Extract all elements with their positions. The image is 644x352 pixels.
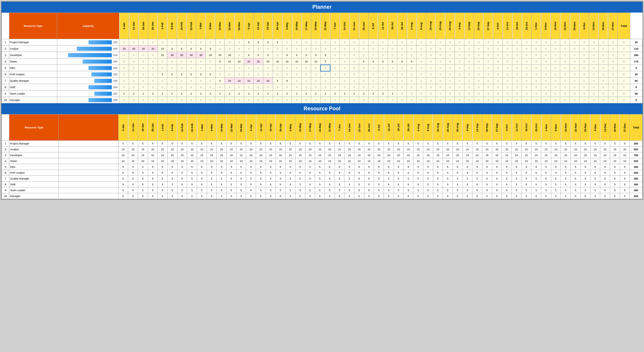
data-cell[interactable]: 0 bbox=[206, 78, 215, 84]
data-cell[interactable]: 0 bbox=[483, 84, 493, 90]
data-cell[interactable]: 0 bbox=[359, 84, 369, 90]
pool-data-cell[interactable]: 5 bbox=[167, 164, 177, 170]
data-cell[interactable]: 0 bbox=[177, 58, 187, 65]
pool-data-cell[interactable]: 10 bbox=[610, 158, 620, 164]
data-cell[interactable]: 2 bbox=[273, 90, 282, 97]
pool-data-cell[interactable]: 5 bbox=[118, 141, 128, 147]
data-cell[interactable]: 5 bbox=[253, 39, 263, 46]
data-cell[interactable]: 0 bbox=[282, 46, 292, 52]
pool-data-cell[interactable]: 5 bbox=[354, 141, 364, 147]
pool-data-cell[interactable]: 5 bbox=[521, 193, 531, 199]
data-cell[interactable]: 0 bbox=[397, 71, 407, 78]
data-cell[interactable]: 0 bbox=[397, 78, 407, 84]
data-cell[interactable]: 0 bbox=[541, 97, 551, 103]
pool-data-cell[interactable]: 5 bbox=[266, 176, 276, 182]
pool-data-cell[interactable]: 5 bbox=[433, 141, 443, 147]
data-cell[interactable]: 25 bbox=[253, 58, 263, 65]
pool-data-cell[interactable]: 5 bbox=[443, 176, 453, 182]
data-cell[interactable]: 0 bbox=[234, 39, 244, 46]
pool-data-cell[interactable]: 5 bbox=[610, 182, 620, 187]
data-cell[interactable]: 0 bbox=[522, 39, 532, 46]
data-cell[interactable]: 0 bbox=[378, 71, 388, 78]
data-cell[interactable]: 0 bbox=[407, 52, 417, 58]
pool-data-cell[interactable]: 5 bbox=[207, 170, 217, 176]
data-cell[interactable]: 0 bbox=[397, 90, 407, 97]
data-cell[interactable]: 0 bbox=[340, 97, 349, 103]
data-cell[interactable]: 0 bbox=[455, 84, 464, 90]
data-cell[interactable]: 0 bbox=[598, 84, 608, 90]
pool-data-cell[interactable]: 5 bbox=[286, 176, 295, 182]
data-cell[interactable]: 0 bbox=[560, 71, 570, 78]
pool-data-cell[interactable]: 15 bbox=[374, 152, 384, 158]
data-cell[interactable]: 0 bbox=[139, 58, 148, 65]
data-cell[interactable]: 0 bbox=[570, 97, 579, 103]
data-cell[interactable]: 0 bbox=[417, 58, 426, 65]
pool-data-cell[interactable]: 10 bbox=[610, 147, 620, 152]
pool-data-cell[interactable]: 5 bbox=[276, 193, 286, 199]
pool-data-cell[interactable]: 10 bbox=[217, 158, 227, 164]
data-cell[interactable]: 0 bbox=[445, 78, 455, 84]
pool-data-cell[interactable]: 10 bbox=[502, 147, 512, 152]
data-cell[interactable]: 0 bbox=[139, 39, 148, 46]
data-cell[interactable]: 0 bbox=[407, 39, 417, 46]
data-cell[interactable]: 0 bbox=[560, 78, 570, 84]
pool-data-cell[interactable]: 5 bbox=[551, 187, 561, 193]
data-cell[interactable]: 0 bbox=[417, 90, 426, 97]
pool-data-cell[interactable]: 5 bbox=[227, 164, 236, 170]
data-cell[interactable]: 0 bbox=[541, 78, 551, 84]
data-cell[interactable]: 0 bbox=[426, 71, 436, 78]
pool-data-cell[interactable]: 15 bbox=[531, 152, 541, 158]
pool-data-cell[interactable]: 5 bbox=[187, 164, 197, 170]
pool-data-cell[interactable]: 5 bbox=[374, 164, 384, 170]
pool-data-cell[interactable]: 5 bbox=[620, 182, 630, 187]
data-cell[interactable]: 0 bbox=[464, 84, 474, 90]
data-cell[interactable]: 10 bbox=[253, 78, 263, 84]
pool-data-cell[interactable]: 5 bbox=[374, 176, 384, 182]
data-cell[interactable]: 0 bbox=[474, 39, 483, 46]
pool-data-cell[interactable]: 5 bbox=[580, 141, 590, 147]
pool-data-cell[interactable]: 5 bbox=[148, 176, 158, 182]
pool-data-cell[interactable]: 10 bbox=[413, 158, 423, 164]
pool-data-cell[interactable]: 5 bbox=[227, 193, 236, 199]
pool-data-cell[interactable]: 5 bbox=[305, 176, 315, 182]
data-cell[interactable]: 25 bbox=[244, 58, 254, 65]
pool-data-cell[interactable]: 5 bbox=[325, 176, 335, 182]
pool-data-cell[interactable]: 10 bbox=[423, 147, 433, 152]
data-cell[interactable]: 0 bbox=[474, 46, 483, 52]
data-cell[interactable]: 0 bbox=[321, 39, 330, 46]
data-cell[interactable]: 0 bbox=[378, 97, 388, 103]
data-cell[interactable]: 0 bbox=[167, 97, 177, 103]
pool-data-cell[interactable]: 5 bbox=[571, 176, 581, 182]
pool-data-cell[interactable]: 5 bbox=[384, 182, 394, 187]
data-cell[interactable]: 0 bbox=[129, 39, 139, 46]
pool-data-cell[interactable]: 10 bbox=[227, 158, 236, 164]
data-cell[interactable]: 0 bbox=[598, 46, 608, 52]
data-cell[interactable]: 0 bbox=[321, 46, 330, 52]
data-cell[interactable]: 0 bbox=[618, 52, 630, 58]
pool-data-cell[interactable]: 10 bbox=[256, 147, 266, 152]
pool-data-cell[interactable]: 15 bbox=[541, 152, 551, 158]
pool-data-cell[interactable]: 5 bbox=[305, 182, 315, 187]
pool-data-cell[interactable]: 5 bbox=[177, 164, 187, 170]
data-cell[interactable]: 0 bbox=[541, 71, 551, 78]
pool-data-cell[interactable]: 5 bbox=[394, 141, 403, 147]
data-cell[interactable]: 0 bbox=[541, 84, 551, 90]
pool-data-cell[interactable]: 10 bbox=[197, 158, 207, 164]
data-cell[interactable]: 0 bbox=[483, 65, 493, 71]
pool-data-cell[interactable]: 5 bbox=[246, 164, 256, 170]
pool-data-cell[interactable]: 10 bbox=[620, 158, 630, 164]
pool-data-cell[interactable]: 5 bbox=[374, 182, 384, 187]
pool-data-cell[interactable]: 5 bbox=[521, 187, 531, 193]
pool-data-cell[interactable]: 10 bbox=[158, 158, 168, 164]
data-cell[interactable]: 0 bbox=[531, 71, 541, 78]
pool-data-cell[interactable]: 5 bbox=[364, 176, 374, 182]
data-cell[interactable]: 0 bbox=[397, 39, 407, 46]
data-cell[interactable]: 0 bbox=[560, 39, 570, 46]
data-cell[interactable]: 0 bbox=[302, 39, 311, 46]
pool-data-cell[interactable]: 5 bbox=[128, 164, 138, 170]
data-cell[interactable]: 0 bbox=[311, 78, 321, 84]
data-cell[interactable]: 0 bbox=[493, 97, 503, 103]
pool-data-cell[interactable]: 10 bbox=[423, 158, 433, 164]
data-cell[interactable]: 0 bbox=[368, 78, 378, 84]
data-cell[interactable]: 0 bbox=[206, 58, 215, 65]
